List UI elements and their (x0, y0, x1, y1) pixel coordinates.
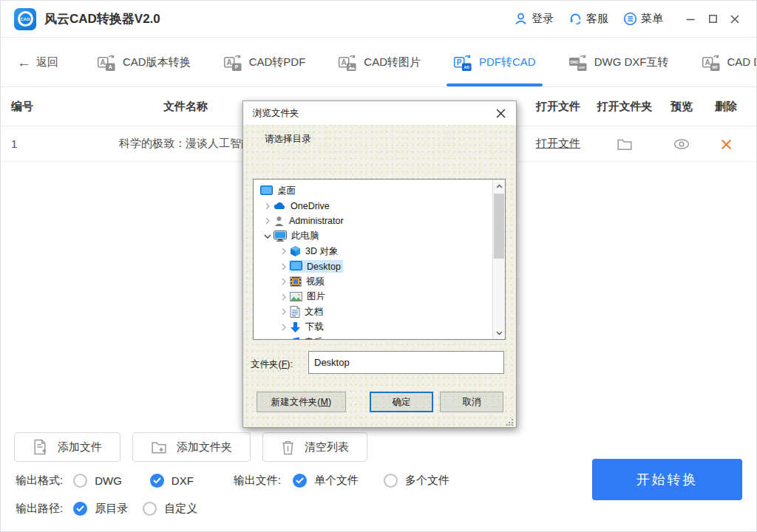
preview-button[interactable] (673, 137, 690, 151)
cancel-button[interactable]: 取消 (440, 392, 503, 412)
tree-item-label: 此电脑 (291, 230, 319, 242)
tab-DWG DXF互转[interactable]: DWGDXFDWG DXF互转 (568, 38, 669, 86)
dialog-titlebar: 浏览文件夹 (243, 101, 516, 125)
footer: 添加文件 添加文件夹 清空列表 输出格式: DWG (1, 428, 756, 531)
output-path-label: 输出路径: (16, 502, 63, 516)
chevron-right-icon[interactable] (279, 308, 289, 316)
radio-unchecked-icon (143, 502, 157, 516)
computer-icon (274, 231, 287, 242)
onedrive-icon (274, 201, 286, 211)
tab-label: CAD转PDF (249, 55, 306, 69)
tree-item-图片[interactable]: 图片 (254, 290, 492, 305)
resize-grip-icon[interactable] (506, 418, 514, 426)
new-folder-button[interactable]: 新建文件夹(M) (257, 392, 346, 412)
chevron-right-icon[interactable] (262, 217, 273, 225)
tab-icon: DWGDXF (568, 54, 588, 72)
svg-text:A: A (705, 58, 710, 66)
maximize-button[interactable] (702, 8, 724, 30)
tab-CAD转PDF[interactable]: APCAD转PDF (223, 38, 306, 86)
tree-item-label: OneDrive (291, 201, 330, 211)
tree-item-桌面[interactable]: 桌面 (254, 183, 492, 199)
chevron-right-icon[interactable] (262, 202, 273, 210)
option-original-dir[interactable]: 原目录 (73, 502, 128, 516)
scroll-down-icon[interactable] (493, 327, 505, 339)
radio-checked-icon (293, 474, 307, 488)
tab-label: PDF转CAD (479, 55, 536, 69)
header-delete: 删除 (703, 100, 749, 114)
scrollbar-thumb[interactable] (494, 194, 504, 259)
tree-item-视频[interactable]: 视频 (254, 274, 492, 290)
dialog-close-button[interactable] (491, 104, 510, 122)
tree-scrollbar[interactable] (492, 180, 505, 339)
tree-item-Administrator[interactable]: Administrator (254, 214, 492, 229)
minimize-icon (685, 13, 696, 25)
add-file-icon (33, 439, 48, 455)
tree-item-此电脑[interactable]: 此电脑 (254, 229, 492, 245)
close-icon (496, 109, 506, 118)
close-icon (729, 13, 741, 25)
tree-item-label: 3D 对象 (305, 245, 338, 258)
radio-unchecked-icon (73, 474, 87, 488)
option-custom-dir[interactable]: 自定义 (143, 502, 197, 516)
start-convert-button[interactable]: 开始转换 (592, 459, 742, 500)
videos-icon (290, 276, 302, 287)
tab-icon: AA (97, 54, 116, 72)
svg-text:AD: AD (464, 65, 470, 69)
header-open-folder: 打开文件夹 (589, 100, 660, 114)
svg-text:A: A (101, 58, 106, 66)
menu-button[interactable]: 菜单 (623, 12, 663, 26)
option-dxf[interactable]: DXF (150, 474, 194, 488)
tab-CAD版本转换[interactable]: AACAD版本转换 (97, 38, 191, 86)
chevron-right-icon[interactable] (279, 324, 289, 331)
tree-item-label: 音乐 (305, 336, 323, 339)
close-button[interactable] (724, 8, 746, 30)
menu-icon (623, 12, 637, 26)
login-button[interactable]: 登录 (514, 12, 554, 26)
open-file-link[interactable]: 打开文件 (536, 137, 580, 149)
chevron-right-icon[interactable] (279, 338, 289, 339)
back-button[interactable]: ← 返回 (17, 55, 66, 69)
add-file-button[interactable]: 添加文件 (14, 432, 120, 462)
chevron-right-icon[interactable] (279, 293, 289, 301)
app-logo-icon: CAD (14, 8, 36, 30)
tab-PDF转CAD[interactable]: PADPDF转CAD (453, 38, 536, 86)
header-index: 编号 (1, 100, 45, 114)
chevron-right-icon[interactable] (279, 248, 289, 255)
customer-service-button[interactable]: 客服 (568, 12, 608, 26)
tree-item-下载[interactable]: 下载 (254, 320, 492, 335)
minimize-button[interactable] (679, 8, 702, 30)
clear-list-button[interactable]: 清空列表 (262, 432, 367, 462)
tree-item-音乐[interactable]: 音乐 (254, 335, 492, 339)
chevron-right-icon[interactable] (279, 278, 289, 285)
tabbar: ← 返回 AACAD版本转换APCAD转PDFACAD转图片PADPDF转CAD… (1, 38, 756, 87)
cube-3d-icon (290, 245, 301, 257)
output-file-label: 输出文件: (234, 474, 281, 488)
add-folder-icon (151, 440, 167, 454)
chevron-down-icon[interactable] (262, 234, 273, 239)
folder-icon (617, 137, 633, 151)
folder-field-label: 文件夹(F): (251, 358, 293, 371)
chevron-right-icon[interactable] (279, 263, 289, 270)
tree-item-Desktop[interactable]: Desktop (254, 259, 492, 275)
option-multi-file[interactable]: 多个文件 (384, 474, 449, 488)
maximize-icon (707, 13, 719, 24)
ok-button[interactable]: 确定 (370, 392, 433, 412)
svg-text:P: P (457, 58, 462, 66)
tree-item-3D 对象[interactable]: 3D 对象 (254, 244, 492, 259)
tab-CAD DWF互转[interactable]: AWFCAD DWF互转 (702, 38, 757, 86)
folder-name-input[interactable] (308, 351, 504, 374)
option-dwg[interactable]: DWG (73, 474, 122, 488)
open-folder-button[interactable] (617, 137, 633, 151)
tree-item-OneDrive[interactable]: OneDrive (254, 199, 492, 214)
svg-text:A: A (226, 58, 231, 66)
scroll-up-icon[interactable] (493, 180, 505, 192)
delete-button[interactable] (720, 138, 733, 151)
desktop-folder-icon (290, 261, 302, 272)
option-single-file[interactable]: 单个文件 (293, 474, 359, 488)
dialog-prompt: 请选择目录 (265, 133, 311, 146)
tab-CAD转图片[interactable]: ACAD转图片 (338, 38, 421, 86)
tree-item-文档[interactable]: 文档 (254, 304, 492, 320)
add-folder-button[interactable]: 添加文件夹 (132, 432, 251, 462)
svg-text:DWG: DWG (570, 60, 579, 64)
eye-icon (673, 137, 690, 151)
